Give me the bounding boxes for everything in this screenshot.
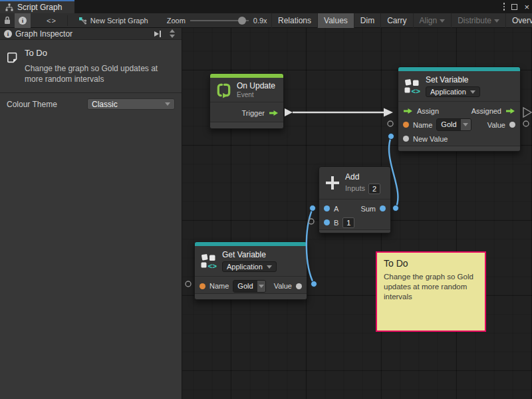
sum-port-label: Sum (360, 205, 376, 213)
graph-inspector-header: i Graph Inspector (0, 28, 182, 40)
value-output-port[interactable] (296, 283, 302, 289)
flow-output-port[interactable] (505, 108, 515, 114)
b-port-label: B (334, 219, 338, 227)
node-add[interactable]: Add Inputs 2 A Sum (319, 166, 391, 233)
overview-button[interactable]: Overview (505, 13, 532, 28)
carry-button[interactable]: Carry (380, 13, 412, 28)
panel-scroll-spinner (167, 29, 178, 38)
new-value-port-label: New Value (413, 135, 448, 143)
chevron-down-icon (440, 19, 445, 23)
assign-port-label: Assign (417, 107, 439, 115)
close-icon[interactable]: × (524, 3, 529, 11)
node-title: Set Variable (426, 75, 480, 85)
tab-script-graph[interactable]: Script Graph (0, 0, 74, 13)
variable-name-dropdown[interactable]: Gold (436, 118, 471, 131)
info-icon: i (19, 17, 27, 25)
name-input-port[interactable] (403, 122, 409, 128)
relations-button[interactable]: Relations (271, 13, 317, 28)
b-value-field[interactable]: 1 (342, 217, 354, 228)
node-footer (210, 122, 283, 128)
value-port-label: Value (487, 121, 505, 129)
node-on-update[interactable]: On Update Event Trigger (209, 73, 284, 129)
node-footer (398, 146, 520, 152)
colour-theme-row: Colour Theme Classic (0, 93, 182, 115)
toolbar-buttons: Relations Values Dim Carry Align Distrib… (271, 13, 532, 28)
node-footer (319, 230, 390, 233)
chevron-down-icon (470, 90, 475, 94)
colour-theme-dropdown[interactable]: Classic (87, 98, 175, 110)
value-port-label: Value (274, 282, 292, 290)
new-script-graph-button[interactable]: New Script Graph (74, 13, 152, 28)
value-output-port[interactable] (509, 122, 515, 128)
chevron-down-icon (267, 265, 272, 269)
port-row-a: A Sum (319, 201, 390, 215)
connected-port-dot[interactable] (310, 205, 316, 211)
tab-bar: Script Graph × (0, 0, 532, 13)
chevron-down-icon (165, 102, 170, 106)
toolbar-separator (67, 15, 68, 26)
trigger-output-port[interactable] (285, 108, 293, 116)
value-connection-gold-to-a[interactable] (307, 209, 314, 284)
flow-input-port[interactable] (403, 108, 413, 114)
sticky-note[interactable]: To Do Change the graph so Gold updates a… (376, 251, 486, 332)
port-row-assign: Assign Assigned (398, 104, 520, 118)
align-button[interactable]: Align (413, 13, 452, 28)
variable-name-dropdown[interactable]: Gold (233, 280, 265, 293)
sum-output-port[interactable] (380, 205, 386, 211)
graph-asset-icon (78, 17, 87, 25)
node-title: Add (345, 172, 380, 182)
colour-theme-label: Colour Theme (7, 100, 87, 109)
dim-button[interactable]: Dim (354, 13, 380, 28)
node-title: Get Variable (222, 250, 277, 260)
connected-port-dot[interactable] (388, 134, 394, 140)
variables-icon: <> (200, 253, 217, 270)
graph-canvas[interactable]: On Update Event Trigger (182, 28, 532, 399)
flow-connection-arrowhead (384, 108, 393, 117)
a-input-port[interactable] (324, 205, 330, 211)
svg-text:<>: <> (412, 86, 421, 94)
info-icon: i (4, 30, 12, 38)
unconnected-port-b[interactable] (309, 219, 314, 224)
lock-icon (4, 16, 11, 25)
node-set-variable[interactable]: <> Set Variable Application (398, 66, 521, 152)
zoom-slider-handle[interactable] (238, 17, 246, 25)
connected-port-dot[interactable] (393, 205, 399, 211)
node-get-variable[interactable]: <> Get Variable Application Name (194, 241, 307, 300)
lock-button[interactable] (0, 13, 15, 28)
node-title: On Update (237, 81, 275, 91)
unconnected-port-assigned[interactable] (523, 108, 531, 117)
variable-scope-dropdown[interactable]: Application (222, 261, 277, 272)
inspector-todo-section: To Do Change the graph so Gold updates a… (0, 40, 182, 92)
inspector-toggle-button[interactable]: i (15, 13, 31, 28)
new-value-input-port[interactable] (403, 136, 409, 142)
maximize-icon[interactable] (511, 4, 517, 10)
scroll-up-icon[interactable] (170, 29, 175, 33)
inputs-count-field[interactable]: 2 (368, 184, 380, 194)
zoom-label: Zoom (167, 17, 186, 25)
new-script-graph-label: New Script Graph (90, 17, 148, 25)
todo-text: Change the graph so Gold updates at more… (25, 63, 176, 84)
values-button[interactable]: Values (317, 13, 354, 28)
zoom-slider[interactable] (190, 17, 249, 25)
more-options-icon[interactable] (503, 3, 505, 11)
on-update-icon (215, 82, 232, 98)
tab-title: Script Graph (17, 3, 62, 12)
scroll-down-icon[interactable] (170, 35, 175, 38)
connected-port-dot[interactable] (311, 281, 317, 287)
dock-panel-icon[interactable] (154, 31, 161, 37)
window-controls: × (503, 0, 529, 13)
unconnected-port-value[interactable] (523, 121, 529, 126)
unconnected-port-name[interactable] (388, 121, 393, 126)
svg-text:<>: <> (208, 261, 217, 269)
variable-scope-dropdown[interactable]: Application (426, 86, 480, 97)
code-view-button[interactable]: <> (43, 13, 61, 28)
zoom-value: 0.9x (253, 17, 267, 25)
port-row-b: B 1 (319, 215, 390, 229)
flow-output-port[interactable] (269, 110, 279, 116)
graph-toolbar: i <> New Script Graph Zoom 0.9x Relation… (0, 13, 532, 28)
graph-inspector-panel: i Graph Inspector To Do Change the graph… (0, 28, 182, 399)
name-input-port[interactable] (200, 283, 205, 289)
unconnected-port-name[interactable] (186, 281, 191, 287)
b-input-port[interactable] (324, 219, 330, 225)
distribute-button[interactable]: Distribute (451, 13, 505, 28)
